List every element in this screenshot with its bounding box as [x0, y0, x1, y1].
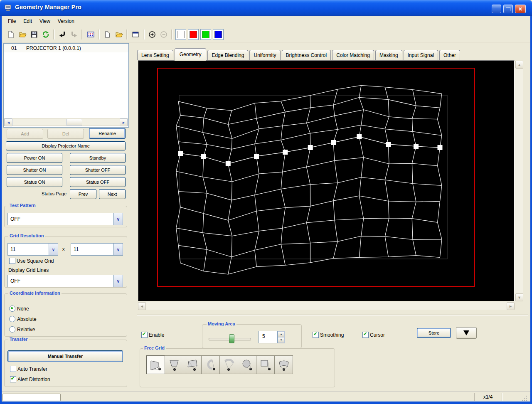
- flat-screen-tilted-button[interactable]: [165, 355, 183, 374]
- maximize-button[interactable]: [503, 5, 513, 13]
- grid-resolution-v-select[interactable]: 11 ∨: [71, 243, 123, 256]
- green-swatch[interactable]: [200, 29, 211, 40]
- scroll-left-icon[interactable]: ◄: [5, 118, 12, 126]
- scrollbar-thumb[interactable]: [66, 119, 82, 126]
- grid-handle[interactable]: [283, 150, 288, 155]
- tab-brightness-control[interactable]: Brightness Control: [282, 50, 331, 60]
- canvas-hscrollbar[interactable]: ◄ ►: [138, 302, 515, 310]
- minimize-button[interactable]: _: [492, 5, 501, 13]
- rename-button[interactable]: Rename: [89, 128, 126, 139]
- tab-uniformity[interactable]: Uniformity: [249, 50, 280, 60]
- grid-handle[interactable]: [254, 154, 259, 159]
- standby-button[interactable]: Standby: [70, 153, 126, 163]
- dome-screen-button[interactable]: [238, 355, 256, 374]
- tab-other[interactable]: Other: [439, 50, 460, 60]
- screen-leaning-back-button[interactable]: [183, 355, 202, 374]
- geometry-canvas[interactable]: [138, 60, 515, 301]
- scroll-right-icon[interactable]: ►: [120, 118, 128, 126]
- chevron-down-icon[interactable]: ∨: [113, 213, 123, 225]
- radio-relative[interactable]: [9, 326, 15, 333]
- radio-absolute[interactable]: [9, 316, 15, 322]
- chevron-down-icon[interactable]: ∨: [113, 244, 123, 255]
- transfer-down-left-icon[interactable]: [57, 29, 68, 40]
- enable-checkbox[interactable]: [141, 332, 148, 338]
- smoothing-checkbox[interactable]: [313, 332, 319, 338]
- grid-handle[interactable]: [386, 142, 391, 147]
- tab-lens-setting[interactable]: Lens Setting: [137, 50, 173, 60]
- power-on-button[interactable]: Power ON: [7, 153, 62, 163]
- scroll-down-icon[interactable]: ▼: [515, 293, 523, 301]
- grid-handle[interactable]: [414, 144, 419, 149]
- status-off-button[interactable]: Status OFF: [70, 177, 126, 187]
- new-file-icon[interactable]: [5, 29, 16, 40]
- grid-handle[interactable]: [226, 161, 231, 166]
- chevron-down-icon[interactable]: ∨: [49, 244, 58, 255]
- canvas-vscrollbar[interactable]: ▲ ▼: [515, 61, 523, 301]
- grid-resolution-h-select[interactable]: 11 ∨: [7, 243, 58, 256]
- red-swatch[interactable]: [188, 29, 199, 40]
- tab-masking[interactable]: Masking: [375, 50, 402, 60]
- shutter-off-button[interactable]: Shutter OFF: [70, 165, 126, 175]
- zoom-in-icon[interactable]: [147, 29, 158, 40]
- menu-view[interactable]: View: [36, 17, 54, 26]
- scroll-left-icon[interactable]: ◄: [138, 302, 146, 310]
- radio-none[interactable]: [9, 305, 15, 312]
- curved-screen-concave-button[interactable]: [201, 355, 220, 374]
- scroll-right-icon[interactable]: ►: [507, 302, 515, 310]
- tab-color-matching[interactable]: Color Matching: [332, 50, 374, 60]
- transfer-down-right-icon[interactable]: [69, 29, 79, 40]
- grid-handle[interactable]: [331, 140, 336, 145]
- projector-list-item[interactable]: 01PROJECTOR 1 (0.0.0.1): [4, 44, 128, 52]
- tab-geometry[interactable]: Geometry: [175, 48, 207, 60]
- status-page-next-button[interactable]: Next: [99, 189, 126, 199]
- slider-thumb[interactable]: [229, 334, 234, 343]
- refresh-icon[interactable]: [40, 29, 51, 40]
- curved-screen-open-button[interactable]: [219, 355, 238, 374]
- curved-screen-horizontal-button[interactable]: [274, 355, 293, 374]
- spin-up-icon[interactable]: ▲: [278, 331, 285, 337]
- window-frame-icon[interactable]: [130, 29, 141, 40]
- test-pattern-select[interactable]: OFF ∨: [7, 213, 123, 225]
- shutter-on-button[interactable]: Shutter ON: [7, 165, 62, 175]
- status-on-button[interactable]: Status ON: [7, 177, 62, 187]
- grid-handle[interactable]: [438, 145, 443, 150]
- projector-list-hscrollbar[interactable]: ◄ ►: [4, 118, 128, 126]
- store-button[interactable]: Store: [417, 328, 451, 338]
- status-page-prev-button[interactable]: Prev: [70, 189, 96, 199]
- tab-edge-blending[interactable]: Edge Blending: [207, 50, 248, 60]
- display-projector-name-button[interactable]: Display Projector Name: [6, 141, 126, 150]
- white-swatch[interactable]: [175, 29, 186, 40]
- chevron-down-icon[interactable]: ∨: [113, 275, 123, 287]
- alert-distortion-checkbox[interactable]: [10, 376, 16, 382]
- moving-area-spinner[interactable]: 5 ▲▼: [259, 331, 285, 343]
- grid-handle[interactable]: [357, 134, 362, 139]
- resize-grip[interactable]: [521, 395, 528, 402]
- auto-transfer-checkbox[interactable]: [10, 366, 16, 372]
- open-file-icon[interactable]: [17, 29, 28, 40]
- manual-transfer-button[interactable]: Manual Transfer: [7, 350, 123, 362]
- flat-screen-angled-button[interactable]: [146, 355, 165, 374]
- new-document-icon[interactable]: [102, 29, 113, 40]
- close-button[interactable]: ✕: [515, 5, 526, 13]
- menu-version[interactable]: Version: [54, 17, 78, 26]
- tab-input-signal[interactable]: Input Signal: [404, 50, 438, 60]
- del-button[interactable]: Del: [47, 129, 84, 139]
- scroll-up-icon[interactable]: ▲: [515, 61, 523, 69]
- grid-handle[interactable]: [178, 151, 183, 156]
- add-button[interactable]: Add: [7, 129, 43, 139]
- menu-edit[interactable]: Edit: [20, 17, 36, 26]
- display-id-screen-icon[interactable]: [85, 29, 96, 40]
- grid-handle[interactable]: [201, 154, 206, 159]
- grid-handle[interactable]: [308, 145, 313, 150]
- projector-list[interactable]: 01PROJECTOR 1 (0.0.0.1): [3, 43, 129, 128]
- spin-down-icon[interactable]: ▼: [278, 337, 285, 343]
- save-file-icon[interactable]: [29, 29, 39, 40]
- store-dropdown-button[interactable]: [456, 327, 477, 339]
- display-grid-lines-select[interactable]: OFF ∨: [7, 275, 123, 287]
- open-folder-icon[interactable]: [113, 29, 124, 40]
- rear-projection-screen-button[interactable]: [256, 355, 275, 374]
- use-square-grid-checkbox[interactable]: [9, 258, 15, 264]
- blue-swatch[interactable]: [213, 29, 224, 40]
- menu-file[interactable]: File: [4, 17, 20, 26]
- cursor-checkbox[interactable]: [362, 332, 369, 338]
